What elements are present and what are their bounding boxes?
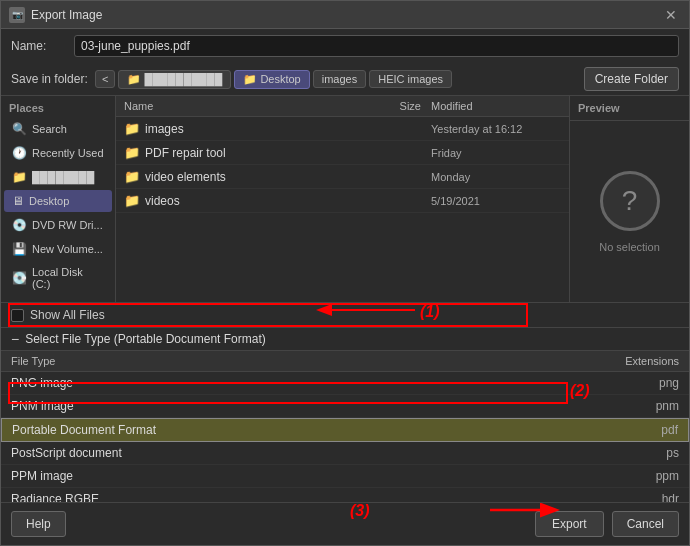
file-name-video-elements: video elements — [145, 170, 371, 184]
folder-icon-video-elements: 📁 — [124, 169, 140, 184]
ft-ppm-ext: ppm — [599, 469, 679, 483]
preview-panel: Preview ? No selection — [569, 96, 689, 302]
list-item[interactable]: PNM image pnm — [1, 395, 689, 418]
file-type-select-row: − Select File Type (Portable Document Fo… — [1, 327, 689, 350]
folder-hidden-icon: 📁 — [12, 170, 27, 184]
collapse-icon[interactable]: − — [11, 331, 19, 347]
table-row[interactable]: 📁 videos 5/19/2021 — [116, 189, 569, 213]
sidebar-item-desktop[interactable]: 🖥 Desktop — [4, 190, 112, 212]
column-file-type: File Type — [11, 355, 599, 367]
sidebar-item-local-disk[interactable]: 💽 Local Disk (C:) — [4, 262, 112, 294]
dvd-icon: 💿 — [12, 218, 27, 232]
export-button[interactable]: Export — [535, 511, 604, 537]
dialog-title: Export Image — [31, 8, 661, 22]
ft-hdr-ext: hdr — [599, 492, 679, 502]
local-disk-icon: 💽 — [12, 271, 27, 285]
file-modified-images: Yesterday at 16:12 — [431, 123, 561, 135]
sidebar-item-search[interactable]: 🔍 Search — [4, 118, 112, 140]
dialog-icon: 📷 — [9, 7, 25, 23]
table-row[interactable]: 📁 video elements Monday — [116, 165, 569, 189]
sidebar-dvd-label: DVD RW Dri... — [32, 219, 103, 231]
column-extensions: Extensions — [599, 355, 679, 367]
action-buttons: Export Cancel — [535, 511, 679, 537]
breadcrumb-images[interactable]: images — [313, 70, 366, 88]
folder-icon-videos: 📁 — [124, 193, 140, 208]
breadcrumb-nav: < 📁 ██████████ 📁 Desktop images HEIC ima… — [95, 70, 580, 89]
folder-icon-desktop: 📁 — [243, 73, 257, 86]
breadcrumb-row: Save in folder: < 📁 ██████████ 📁 Desktop… — [1, 63, 689, 96]
folder-icon-images: 📁 — [124, 121, 140, 136]
sidebar-desktop-label: Desktop — [29, 195, 69, 207]
sidebar-item-dvd[interactable]: 💿 DVD RW Dri... — [4, 214, 112, 236]
sidebar-item-folder-hidden[interactable]: 📁 ████████ — [4, 166, 112, 188]
main-area: Places 🔍 Search 🕐 Recently Used 📁 ██████… — [1, 96, 689, 302]
save-in-label: Save in folder: — [11, 72, 91, 86]
sidebar-item-new-volume[interactable]: 💾 New Volume... — [4, 238, 112, 260]
preview-question-icon: ? — [600, 171, 660, 231]
file-list-header: Name Size Modified — [116, 96, 569, 117]
ft-png-ext: png — [599, 376, 679, 390]
close-button[interactable]: ✕ — [661, 5, 681, 25]
filename-input[interactable] — [74, 35, 679, 57]
breadcrumb-hidden-label: ██████████ — [144, 73, 222, 85]
ft-ps-name: PostScript document — [11, 446, 599, 460]
list-item[interactable]: PNG image png — [1, 372, 689, 395]
file-modified-pdf: Friday — [431, 147, 561, 159]
sidebar: Places 🔍 Search 🕐 Recently Used 📁 ██████… — [1, 96, 116, 302]
file-modified-videos: 5/19/2021 — [431, 195, 561, 207]
new-volume-icon: 💾 — [12, 242, 27, 256]
sidebar-search-label: Search — [32, 123, 67, 135]
search-icon: 🔍 — [12, 122, 27, 136]
no-selection-label: No selection — [599, 241, 660, 253]
show-all-files-checkbox[interactable] — [11, 309, 24, 322]
back-button[interactable]: < — [95, 70, 115, 88]
table-row[interactable]: 📁 images Yesterday at 16:12 — [116, 117, 569, 141]
file-modified-video-elements: Monday — [431, 171, 561, 183]
preview-title: Preview — [570, 96, 689, 121]
breadcrumb-heic[interactable]: HEIC images — [369, 70, 452, 88]
ft-ppm-name: PPM image — [11, 469, 599, 483]
file-name-pdf: PDF repair tool — [145, 146, 371, 160]
list-item[interactable]: PostScript document ps — [1, 442, 689, 465]
column-name[interactable]: Name — [124, 100, 371, 112]
sidebar-local-disk-label: Local Disk (C:) — [32, 266, 104, 290]
action-row: Help Export Cancel — [1, 502, 689, 545]
sidebar-title: Places — [1, 96, 115, 117]
column-size: Size — [371, 100, 431, 112]
show-all-files-row: Show All Files — [1, 303, 689, 327]
file-list-area: Name Size Modified 📁 images Yesterday at… — [116, 96, 569, 302]
breadcrumb-folder-hidden[interactable]: 📁 ██████████ — [118, 70, 231, 89]
ft-png-name: PNG image — [11, 376, 599, 390]
list-item[interactable]: PPM image ppm — [1, 465, 689, 488]
recent-icon: 🕐 — [12, 146, 27, 160]
sidebar-new-volume-label: New Volume... — [32, 243, 103, 255]
file-list: 📁 images Yesterday at 16:12 📁 PDF repair… — [116, 117, 569, 302]
ft-pnm-name: PNM image — [11, 399, 599, 413]
file-type-table-header: File Type Extensions — [1, 350, 689, 372]
table-row[interactable]: 📁 PDF repair tool Friday — [116, 141, 569, 165]
sidebar-hidden-label: ████████ — [32, 171, 94, 183]
breadcrumb-desktop-label: Desktop — [260, 73, 300, 85]
title-bar: 📷 Export Image ✕ — [1, 1, 689, 29]
name-row: Name: — [1, 29, 689, 63]
ft-hdr-name: Radiance RGBE — [11, 492, 599, 502]
file-name-images: images — [145, 122, 371, 136]
cancel-button[interactable]: Cancel — [612, 511, 679, 537]
file-type-select-label: Select File Type (Portable Document Form… — [25, 332, 266, 346]
folder-icon-hidden: 📁 — [127, 73, 141, 86]
desktop-icon: 🖥 — [12, 194, 24, 208]
name-label: Name: — [11, 39, 66, 53]
preview-content: ? No selection — [570, 121, 689, 302]
folder-icon-pdf: 📁 — [124, 145, 140, 160]
list-item[interactable]: Radiance RGBE hdr — [1, 488, 689, 502]
file-name-videos: videos — [145, 194, 371, 208]
list-item-pdf[interactable]: Portable Document Format pdf — [1, 418, 689, 442]
bottom-section: Show All Files − Select File Type (Porta… — [1, 302, 689, 545]
ft-pnm-ext: pnm — [599, 399, 679, 413]
ft-ps-ext: ps — [599, 446, 679, 460]
sidebar-item-recently-used[interactable]: 🕐 Recently Used — [4, 142, 112, 164]
breadcrumb-desktop[interactable]: 📁 Desktop — [234, 70, 309, 89]
help-button[interactable]: Help — [11, 511, 66, 537]
create-folder-button[interactable]: Create Folder — [584, 67, 679, 91]
file-type-list: PNG image png PNM image pnm Portable Doc… — [1, 372, 689, 502]
